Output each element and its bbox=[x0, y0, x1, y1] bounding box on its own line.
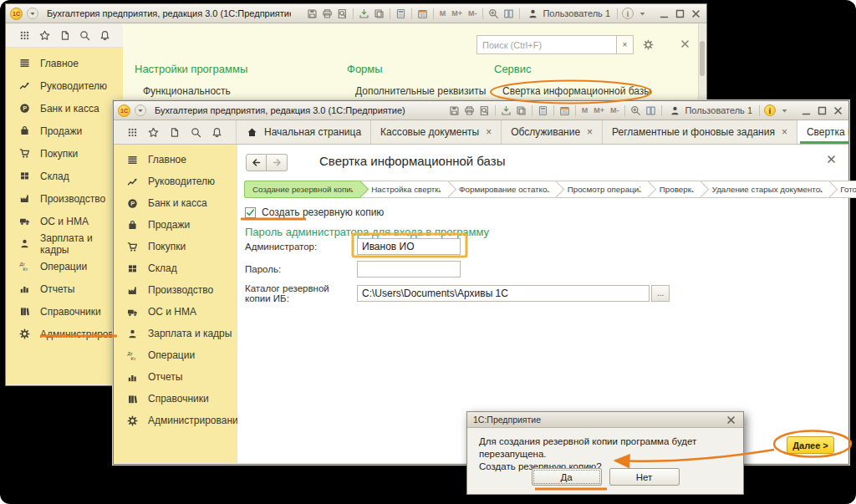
sidebar-item[interactable]: ДтКтОперации bbox=[114, 344, 237, 366]
sidebar-item[interactable]: Справочники bbox=[6, 300, 123, 323]
sidebar-item[interactable]: Склад bbox=[6, 165, 123, 187]
sidebar-item[interactable]: Продажи bbox=[114, 214, 237, 236]
import-icon[interactable] bbox=[500, 104, 512, 117]
settings-link[interactable]: Функциональность bbox=[135, 85, 247, 97]
wizard-step[interactable]: Настройка свертки bbox=[359, 181, 447, 198]
recent-icon[interactable] bbox=[59, 29, 71, 42]
scrollbar-thumb[interactable] bbox=[700, 41, 705, 76]
print-preview-icon[interactable] bbox=[336, 8, 349, 20]
sidebar-item[interactable]: РБанк и касса bbox=[6, 97, 123, 120]
import-icon[interactable] bbox=[358, 8, 370, 20]
password-input[interactable] bbox=[357, 261, 461, 277]
wizard-step[interactable]: Просмотр операций bbox=[556, 181, 648, 198]
memory-m-button[interactable]: M bbox=[580, 106, 590, 115]
system-menu-button[interactable] bbox=[135, 104, 146, 116]
tab[interactable]: Регламентные и фоновые задания× bbox=[603, 120, 797, 144]
wizard-step[interactable]: Удаление старых документов bbox=[701, 181, 829, 198]
settings-link[interactable]: Дополнительные реквизиты bbox=[347, 85, 486, 97]
tab[interactable]: Кассовые документы× bbox=[371, 120, 502, 144]
search-icon[interactable] bbox=[79, 29, 91, 42]
calendar-icon[interactable]: 31 bbox=[416, 8, 429, 20]
sidebar-item[interactable]: Склад bbox=[114, 257, 237, 279]
maximize-button[interactable] bbox=[673, 8, 687, 19]
sidebar-item[interactable]: ОС и НМА bbox=[114, 301, 237, 323]
sidebar-item[interactable]: Главное bbox=[114, 149, 237, 171]
print-preview-icon[interactable] bbox=[478, 104, 491, 117]
save-icon[interactable] bbox=[306, 8, 318, 20]
maximize-button[interactable] bbox=[815, 104, 829, 116]
split-view-icon[interactable] bbox=[502, 8, 515, 20]
sidebar-item[interactable]: Производство bbox=[6, 187, 123, 210]
sidebar-item[interactable]: Руководителю bbox=[6, 74, 123, 97]
memory-m+-button[interactable]: M+ bbox=[592, 106, 606, 115]
sidebar-item[interactable]: Главное bbox=[6, 52, 123, 74]
sidebar-item[interactable]: Продажи bbox=[6, 120, 123, 142]
sidebar-item[interactable]: Справочники bbox=[114, 388, 237, 410]
sidebar-item[interactable]: Покупки bbox=[6, 142, 123, 165]
administrator-input[interactable] bbox=[357, 238, 461, 255]
tab-close-icon[interactable]: × bbox=[782, 126, 787, 138]
caret-down-icon[interactable] bbox=[778, 104, 791, 117]
sidebar-item[interactable]: ОС и НМА bbox=[6, 210, 123, 232]
backup-checkbox[interactable] bbox=[245, 207, 256, 218]
sidebar-item[interactable]: Покупки bbox=[114, 236, 237, 257]
tab[interactable]: Начальная страница bbox=[237, 120, 371, 144]
sidebar-item[interactable]: Зарплата и кадры bbox=[114, 323, 237, 344]
browse-button[interactable]: ... bbox=[651, 285, 670, 302]
favorites-star-icon[interactable] bbox=[38, 29, 51, 42]
recent-icon[interactable] bbox=[168, 126, 181, 139]
minimize-button[interactable] bbox=[799, 104, 813, 116]
form-close-icon[interactable] bbox=[679, 38, 691, 50]
memory-m--button[interactable]: M- bbox=[609, 106, 621, 115]
tab[interactable]: Свертка информационной базы× bbox=[797, 120, 848, 144]
print-icon[interactable] bbox=[463, 104, 476, 117]
print-icon[interactable] bbox=[321, 8, 334, 20]
notifications-bell-icon[interactable] bbox=[211, 126, 223, 139]
calendar-icon[interactable]: 31 bbox=[558, 104, 571, 117]
sidebar-item[interactable]: ДтКтОперации bbox=[6, 255, 123, 277]
no-button[interactable]: Нет bbox=[609, 468, 680, 486]
sidebar-item[interactable]: Администрирование bbox=[114, 410, 237, 431]
caret-down-icon[interactable] bbox=[636, 8, 649, 20]
info-icon[interactable]: i bbox=[622, 8, 634, 19]
sidebar-item[interactable]: Администрирование bbox=[6, 323, 123, 345]
split-view-icon[interactable] bbox=[645, 104, 657, 117]
sidebar-item[interactable]: Зарплата и кадры bbox=[6, 232, 123, 255]
notifications-bell-icon[interactable] bbox=[99, 29, 111, 42]
calculator-icon[interactable] bbox=[537, 104, 549, 117]
current-user-label[interactable]: Пользователь 1 bbox=[669, 104, 752, 117]
print-copy-icon[interactable] bbox=[515, 104, 527, 117]
print-copy-icon[interactable] bbox=[373, 8, 385, 20]
tab[interactable]: Обслуживание× bbox=[502, 120, 603, 144]
system-menu-button[interactable] bbox=[27, 8, 38, 19]
favorites-star-icon[interactable] bbox=[147, 126, 160, 139]
backup-checkbox-row[interactable]: Создать резервную копию bbox=[245, 206, 384, 218]
wizard-step[interactable]: Формирование остатков bbox=[447, 181, 556, 198]
info-icon[interactable]: i bbox=[764, 104, 776, 116]
sidebar-item[interactable]: Отчеты bbox=[114, 366, 237, 388]
close-button[interactable] bbox=[689, 8, 703, 19]
yes-button[interactable]: Да bbox=[532, 468, 602, 486]
menu-grid-icon[interactable] bbox=[126, 126, 139, 139]
page-close-icon[interactable] bbox=[825, 153, 838, 165]
search-icon[interactable] bbox=[190, 126, 202, 139]
zoom-in-icon[interactable] bbox=[487, 8, 500, 20]
search-input[interactable] bbox=[476, 35, 617, 54]
memory-m+-button[interactable]: M+ bbox=[450, 9, 464, 18]
save-icon[interactable] bbox=[448, 104, 461, 117]
current-user-label[interactable]: Пользователь 1 bbox=[527, 8, 610, 20]
sidebar-item[interactable]: Руководителю bbox=[114, 171, 237, 192]
sidebar-item[interactable]: Отчеты bbox=[6, 277, 123, 300]
settings-gear-icon[interactable] bbox=[642, 38, 655, 51]
memory-m-button[interactable]: M bbox=[438, 9, 448, 18]
menu-grid-icon[interactable] bbox=[18, 29, 31, 42]
sidebar-item[interactable]: Производство bbox=[114, 279, 237, 301]
tab-close-icon[interactable]: × bbox=[486, 126, 492, 138]
tab-close-icon[interactable]: × bbox=[587, 126, 593, 138]
sidebar-item[interactable]: РБанк и касса bbox=[114, 192, 237, 214]
dialog-close-icon[interactable] bbox=[725, 414, 737, 426]
wizard-step[interactable]: Создание резервной копии bbox=[244, 181, 359, 198]
search-clear-button[interactable]: × bbox=[617, 35, 634, 54]
minimize-button[interactable] bbox=[657, 8, 671, 19]
backup-dir-input[interactable] bbox=[357, 285, 650, 302]
